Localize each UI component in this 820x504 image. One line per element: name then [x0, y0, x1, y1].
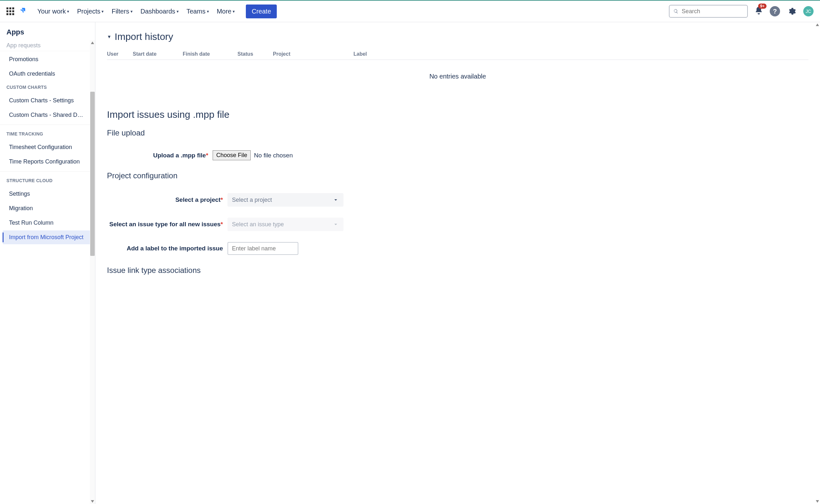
scrollbar-thumb[interactable]: [90, 92, 95, 256]
avatar[interactable]: JC: [803, 6, 814, 16]
chevron-down-icon: ▾: [207, 9, 209, 14]
sidebar-item-cc-shared[interactable]: Custom Charts - Shared Das…: [3, 108, 92, 122]
help-button[interactable]: ?: [770, 6, 780, 16]
select-issue-label: Select an issue type for all new issues*: [107, 221, 223, 228]
sidebar-title: Apps: [0, 22, 95, 40]
sidebar-scrollbar[interactable]: [90, 40, 95, 504]
nav-dashboards[interactable]: Dashboards▾: [140, 8, 179, 15]
project-config-heading: Project configuration: [107, 171, 808, 180]
col-start: Start date: [133, 51, 183, 57]
nav-projects[interactable]: Projects▾: [77, 8, 104, 15]
nav-items: Your work▾ Projects▾ Filters▾ Dashboards…: [37, 8, 235, 15]
create-button[interactable]: Create: [246, 5, 277, 18]
nav-teams[interactable]: Teams▾: [186, 8, 209, 15]
topnav-left: Your work▾ Projects▾ Filters▾ Dashboards…: [6, 5, 277, 18]
search-box[interactable]: [669, 5, 748, 18]
row-select-issue-type: Select an issue type for all new issues*…: [107, 218, 808, 231]
import-history-title: Import history: [115, 31, 173, 42]
notifications-button[interactable]: 9+: [754, 6, 763, 16]
import-history-toggle[interactable]: ▼ Import history: [107, 31, 808, 42]
scroll-up-icon[interactable]: [816, 23, 819, 26]
chevron-down-icon: ▾: [176, 9, 179, 14]
sidebar-item-cut[interactable]: App requests: [0, 40, 95, 51]
chevron-down-icon: [333, 221, 339, 228]
sidebar: Apps App requests Promotions OAuth crede…: [0, 22, 95, 504]
search-icon: [674, 8, 679, 14]
nav-your-work[interactable]: Your work▾: [37, 8, 69, 15]
row-upload: Upload a .mpp file* Choose File No file …: [107, 150, 339, 160]
file-chooser: Choose File No file chosen: [213, 150, 293, 160]
sidebar-item-cc-settings[interactable]: Custom Charts - Settings: [3, 94, 92, 107]
sidebar-item-oauth[interactable]: OAuth credentials: [3, 67, 92, 81]
sidebar-item-timesheet[interactable]: Timesheet Configuration: [3, 140, 92, 154]
col-project: Project: [273, 51, 353, 57]
file-upload-heading: File upload: [107, 128, 808, 137]
app-switcher-icon[interactable]: [6, 7, 14, 15]
search-input[interactable]: [682, 8, 743, 15]
section-title: Import issues using .mpp file: [107, 109, 808, 120]
main-content: ▼ Import history User Start date Finish …: [95, 22, 820, 504]
scroll-up-icon[interactable]: [91, 42, 94, 44]
nav-more[interactable]: More▾: [217, 8, 235, 15]
chevron-down-icon: ▾: [67, 9, 69, 14]
col-label: Label: [353, 51, 808, 57]
sidebar-scroll[interactable]: App requests Promotions OAuth credential…: [0, 40, 95, 504]
select-issue-dropdown[interactable]: Select an issue type: [228, 218, 344, 231]
select-issue-placeholder: Select an issue type: [232, 221, 284, 228]
triangle-down-icon: ▼: [107, 34, 111, 39]
col-finish: Finish date: [183, 51, 238, 57]
sidebar-item-promotions[interactable]: Promotions: [3, 52, 92, 66]
select-project-placeholder: Select a project: [232, 197, 272, 203]
main-scrollbar[interactable]: [815, 22, 820, 504]
chevron-down-icon: ▾: [130, 9, 133, 14]
jira-logo-icon[interactable]: [19, 7, 27, 15]
notification-badge: 9+: [758, 4, 767, 9]
col-status: Status: [238, 51, 273, 57]
sidebar-heading-custom-charts: CUSTOM CHARTS: [0, 81, 95, 93]
chevron-down-icon: ▾: [101, 9, 104, 14]
topnav-right: 9+ ? JC: [669, 5, 814, 18]
select-project-label: Select a project*: [107, 196, 223, 203]
sidebar-item-import-ms-project[interactable]: Import from Microsoft Project: [3, 230, 92, 244]
add-label-label: Add a label to the imported issue: [107, 245, 223, 252]
top-navigation: Your work▾ Projects▾ Filters▾ Dashboards…: [0, 0, 820, 22]
scroll-down-icon[interactable]: [816, 500, 819, 503]
no-file-text: No file chosen: [254, 152, 293, 159]
scroll-down-icon[interactable]: [91, 500, 94, 503]
select-project-dropdown[interactable]: Select a project: [228, 193, 344, 207]
sidebar-item-settings[interactable]: Settings: [3, 187, 92, 201]
history-table-header: User Start date Finish date Status Proje…: [107, 51, 808, 60]
col-user: User: [107, 51, 133, 57]
sidebar-heading-time-tracking: TIME TRACKING: [0, 125, 95, 140]
gear-icon: [787, 7, 796, 16]
sidebar-item-time-reports[interactable]: Time Reports Configuration: [3, 155, 92, 169]
issue-link-heading: Issue link type associations: [107, 266, 808, 275]
label-input[interactable]: [228, 242, 298, 255]
row-select-project: Select a project* Select a project: [107, 193, 808, 207]
chevron-down-icon: [333, 197, 339, 203]
choose-file-button[interactable]: Choose File: [213, 150, 251, 160]
sidebar-item-test-run[interactable]: Test Run Column: [3, 216, 92, 230]
chevron-down-icon: ▾: [233, 9, 235, 14]
history-empty-text: No entries available: [107, 60, 808, 99]
sidebar-heading-structure: STRUCTURE CLOUD: [0, 171, 95, 186]
upload-label: Upload a .mpp file*: [153, 152, 208, 159]
settings-button[interactable]: [787, 6, 797, 16]
row-add-label: Add a label to the imported issue: [107, 242, 808, 255]
nav-filters[interactable]: Filters▾: [111, 8, 132, 15]
sidebar-item-migration[interactable]: Migration: [3, 201, 92, 215]
